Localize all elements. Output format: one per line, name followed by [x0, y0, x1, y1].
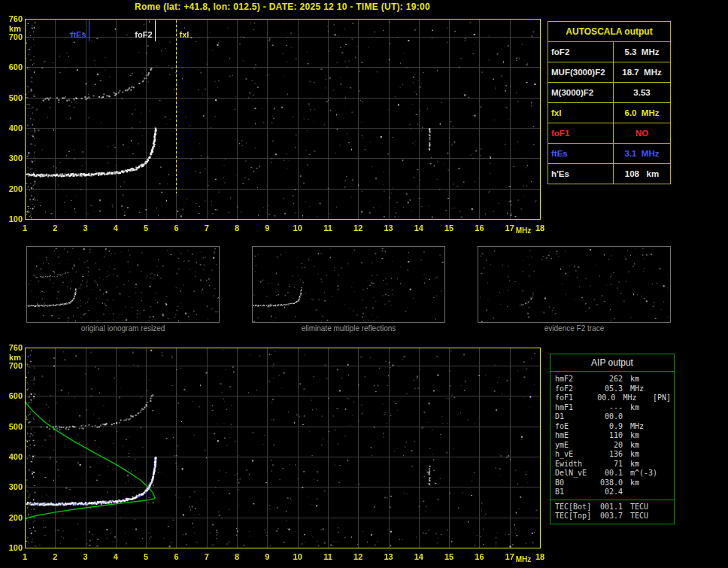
aip-extra	[662, 503, 663, 512]
aip-extra	[662, 488, 663, 497]
aip-row: D100.0	[555, 412, 671, 422]
aip-label: foF1	[555, 393, 593, 403]
aip-extra	[662, 384, 663, 394]
page-title: Rome (lat: +41.8, lon: 012.5) - DATE: 20…	[25, 2, 540, 12]
aip-row: h_vE136km	[555, 450, 671, 460]
aip-label: hmF2	[555, 375, 597, 384]
aip-value: 003.7	[597, 512, 623, 521]
aip-value: 02.4	[597, 488, 623, 497]
aip-label: Ewidth	[555, 460, 597, 469]
aip-unit: km	[623, 460, 662, 469]
autoscala-row: h'Es108 km	[548, 163, 670, 184]
aip-row: foF100.0MHz[PN]	[555, 393, 671, 403]
aip-row: TEC[Top]003.7TECU	[555, 512, 671, 521]
aip-value: 20	[597, 441, 623, 451]
aip-unit: km	[623, 403, 662, 413]
aip-unit: MHz	[615, 393, 651, 403]
aip-unit	[623, 412, 662, 422]
aip-extra	[662, 412, 663, 422]
aip-row: TEC[Bot]001.1TECU	[555, 503, 671, 512]
aip-extra: [PN]	[651, 393, 671, 403]
top-ionogram-plot	[0, 12, 557, 236]
thumbnail-caption: original ionogram resized	[26, 324, 220, 333]
autoscala-row: foF25.3 MHz	[548, 41, 670, 62]
autoscala-table-header: AUTOSCALA output	[548, 22, 670, 41]
aip-unit: km	[623, 450, 662, 460]
autoscala-param-label: M(3000)F2	[548, 83, 614, 102]
aip-unit: m^(-3)	[623, 469, 662, 478]
autoscala-output-table: AUTOSCALA output foF25.3 MHzMUF(3000)F21…	[548, 21, 671, 184]
aip-row: foF205.3MHz	[555, 384, 671, 394]
thumbnail-caption: evidence F2 trace	[478, 324, 671, 333]
autoscala-param-value: 108 km	[614, 164, 670, 184]
aip-extra	[662, 450, 663, 460]
aip-row: ymE20km	[555, 441, 671, 451]
aip-label: foF2	[555, 384, 597, 394]
aip-unit: MHz	[623, 384, 662, 394]
aip-unit: km	[623, 375, 662, 384]
aip-label: B1	[555, 488, 597, 497]
aip-row: hmF2262km	[555, 375, 671, 384]
aip-label: B0	[555, 478, 597, 488]
aip-label: D1	[555, 412, 597, 422]
aip-extra	[662, 460, 663, 469]
aip-extra	[662, 441, 663, 451]
autoscala-param-label: foF1	[548, 123, 614, 143]
aip-row: foE0.9MHz	[555, 422, 671, 432]
thumbnail-original-ionogram	[26, 246, 220, 323]
aip-value: 0.9	[597, 422, 623, 432]
aip-extra	[662, 469, 663, 478]
aip-value: 00.0	[593, 393, 615, 403]
autoscala-table-body: foF25.3 MHzMUF(3000)F218.7 MHzM(3000)F23…	[548, 41, 670, 184]
autoscala-row: MUF(3000)F218.7 MHz	[548, 62, 670, 82]
autoscala-param-value: 3.1 MHz	[614, 144, 670, 163]
aip-value: 05.3	[597, 384, 623, 394]
autoscala-param-label: h'Es	[548, 164, 614, 184]
aip-row: hmE110km	[555, 431, 671, 441]
aip-extra	[662, 422, 663, 432]
aip-unit: TECU	[623, 503, 662, 512]
aip-value: 136	[597, 450, 623, 460]
aip-extra	[662, 403, 663, 413]
aip-extra	[662, 375, 663, 384]
autoscala-param-value: 18.7 MHz	[614, 62, 670, 82]
autoscala-param-value: 6.0 MHz	[614, 103, 670, 123]
aip-label: TEC[Bot]	[555, 503, 597, 512]
aip-value: 001.1	[597, 503, 623, 512]
aip-row: Ewidth71km	[555, 460, 671, 469]
aip-value: 038.0	[597, 478, 623, 488]
aip-table-header: AIP output	[551, 354, 674, 372]
aip-output-table: AIP output hmF2262kmfoF205.3MHzfoF100.0M…	[550, 354, 675, 524]
aip-label: hmF1	[555, 403, 597, 413]
thumbnail-evidence-f2-trace	[478, 246, 671, 323]
aip-extra	[662, 431, 663, 441]
thumbnail-caption: eliminate multiple reflections	[252, 324, 445, 333]
aip-unit: MHz	[623, 422, 662, 432]
autoscala-param-label: MUF(3000)F2	[548, 62, 614, 82]
aip-extra	[662, 478, 663, 488]
aip-value: ---	[597, 403, 623, 413]
bottom-ionogram-plot	[0, 341, 557, 565]
aip-label: TEC[Top]	[555, 512, 597, 521]
aip-value: 262	[597, 375, 623, 384]
aip-row: hmF1---km	[555, 403, 671, 413]
aip-extra	[662, 512, 663, 521]
aip-label: ymE	[555, 441, 597, 451]
autoscala-param-value: 3.53	[614, 83, 670, 102]
aip-row: B102.4	[555, 488, 671, 497]
aip-tec-separator	[551, 500, 674, 500]
aip-label: h_vE	[555, 450, 597, 460]
aip-unit: TECU	[623, 512, 662, 521]
autoscala-row: M(3000)F23.53	[548, 82, 670, 102]
autoscala-row: ftEs3.1 MHz	[548, 143, 670, 163]
aip-value: 00.0	[597, 412, 623, 422]
aip-unit: km	[623, 441, 662, 451]
autoscala-param-value: NO	[614, 123, 670, 143]
aip-unit: km	[623, 478, 662, 488]
aip-unit	[623, 488, 662, 497]
autoscala-param-value: 5.3 MHz	[614, 42, 670, 62]
aip-label: hmE	[555, 431, 597, 441]
aip-value: 71	[597, 460, 623, 469]
aip-row: DelN_vE00.1m^(-3)	[555, 469, 671, 478]
autoscala-param-label: ftEs	[548, 144, 614, 163]
